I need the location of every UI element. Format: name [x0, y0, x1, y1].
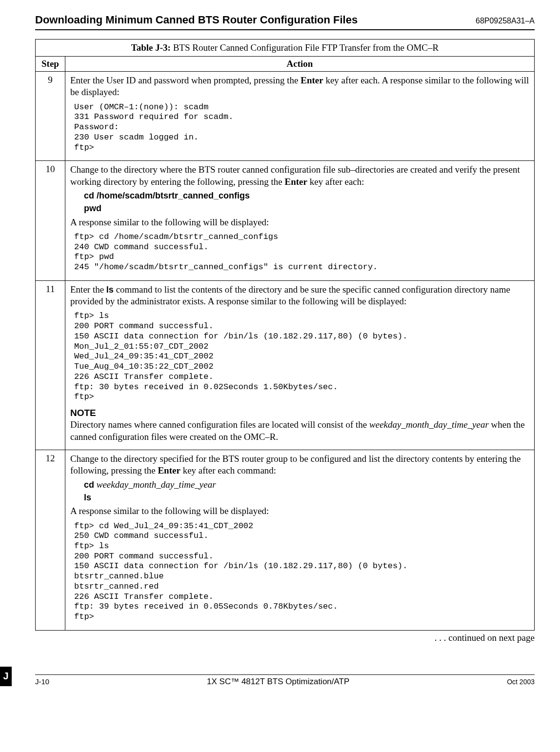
step-action: Enter the User ID and password when prom… — [65, 72, 535, 161]
column-header-step: Step — [36, 57, 65, 72]
format-pattern: weekday_month_day_time_year — [369, 419, 489, 430]
continued-indicator: . . . continued on next page — [35, 633, 535, 643]
command-arg: weekday_month_day_time_year — [94, 479, 216, 490]
step-action: Change to the directory where the BTS ro… — [65, 161, 535, 281]
text: Enter the — [70, 284, 106, 295]
note-heading: NOTE — [70, 407, 529, 419]
terminal-output: ftp> ls 200 PORT command successful. 150… — [74, 311, 529, 402]
table-title: Table J-3: BTS Router Canned Configurati… — [36, 40, 535, 57]
text: Change to the directory specified for th… — [70, 454, 520, 475]
page-header: Downloading Minimum Canned BTS Router Co… — [35, 14, 535, 30]
text: Enter the User ID and password when prom… — [70, 75, 300, 85]
command: ls — [84, 493, 91, 502]
step-action: Enter the ls command to list the content… — [65, 280, 535, 450]
step-number: 10 — [36, 161, 65, 281]
command: cd — [84, 191, 94, 200]
command: pwd — [84, 203, 101, 213]
command-arg: /home/scadm/btsrtr_canned_configs — [94, 191, 250, 200]
text: key after each command: — [180, 465, 276, 475]
page-footer: J-10 1X SC™ 4812T BTS Optimization/ATP O… — [35, 674, 535, 687]
procedure-table: Table J-3: BTS Router Canned Configurati… — [35, 39, 535, 631]
page-title: Downloading Minimum Canned BTS Router Co… — [35, 14, 358, 26]
table-row: 12 Change to the directory specified for… — [36, 450, 535, 630]
note-body: Directory names where canned configurati… — [70, 419, 529, 443]
section-tab: J — [0, 667, 12, 686]
footer-title: 1X SC™ 4812T BTS Optimization/ATP — [207, 677, 349, 687]
key-name: Enter — [285, 177, 307, 187]
terminal-output: User (OMCR–1:(none)): scadm 331 Password… — [74, 102, 529, 153]
footer-date: Oct 2003 — [507, 678, 535, 686]
page-number: J-10 — [35, 677, 49, 686]
key-name: Enter — [158, 465, 180, 475]
terminal-output: ftp> cd Wed_Jul_24_09:35:41_CDT_2002 250… — [74, 521, 529, 622]
table-row: 9 Enter the User ID and password when pr… — [36, 72, 535, 161]
step-number: 12 — [36, 450, 65, 630]
terminal-output: ftp> cd /home/scadm/btsrtr_canned_config… — [74, 232, 529, 273]
table-row: 11 Enter the ls command to list the cont… — [36, 280, 535, 450]
step-action: Change to the directory specified for th… — [65, 450, 535, 630]
text: command to list the contents of the dire… — [70, 284, 510, 306]
command: cd — [84, 480, 94, 490]
key-name: Enter — [300, 75, 323, 85]
step-number: 11 — [36, 280, 65, 450]
text: Directory names where canned configurati… — [70, 419, 369, 430]
text: key after each: — [307, 177, 364, 187]
column-header-action: Action — [65, 57, 535, 72]
command: ls — [106, 285, 114, 295]
step-number: 9 — [36, 72, 65, 161]
table-number: Table J-3: — [131, 42, 171, 53]
document-id: 68P09258A31–A — [476, 17, 535, 25]
table-caption: BTS Router Canned Configuration File FTP… — [171, 42, 439, 53]
table-row: 10 Change to the directory where the BTS… — [36, 161, 535, 281]
text: A response similar to the following will… — [70, 217, 529, 228]
text: A response similar to the following will… — [70, 505, 529, 517]
